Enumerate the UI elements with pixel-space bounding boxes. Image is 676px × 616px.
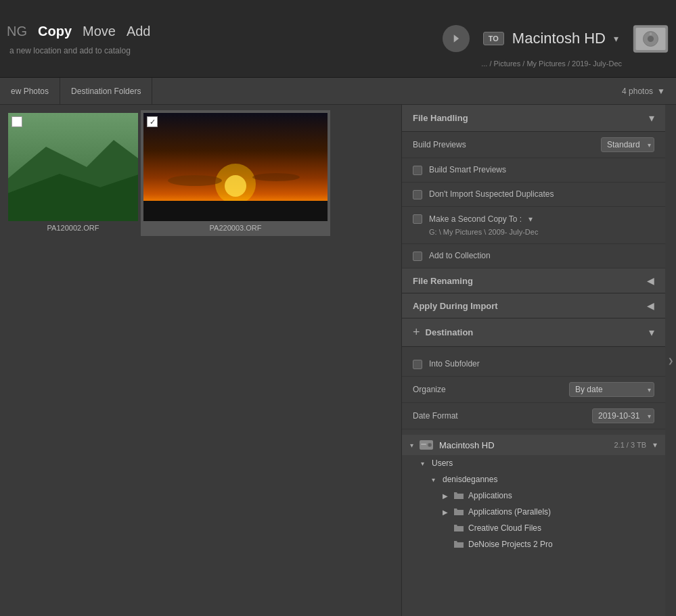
tree-item-creative-cloud[interactable]: ▶ Creative Cloud Files xyxy=(402,520,665,536)
tree-item-denisdegannes[interactable]: ▾ denisdegannes xyxy=(402,471,665,488)
applications-parallels-label: Applications (Parallels) xyxy=(468,507,551,517)
photos-count-filter-icon[interactable]: ▼ xyxy=(657,87,665,96)
tree-root-name: Macintosh HD xyxy=(439,440,495,450)
build-smart-previews-row: Build Smart Previews xyxy=(402,158,665,183)
photo-grid: PA120002.ORF xyxy=(0,105,401,616)
second-copy-expand-icon[interactable]: ▾ xyxy=(528,214,533,224)
tree-root[interactable]: ▾ Macintosh HD 2.1 / 3 TB ▾ xyxy=(402,435,665,455)
tree-item-applications[interactable]: ▶ Applications xyxy=(402,488,665,504)
build-smart-previews-checkbox[interactable] xyxy=(413,166,422,175)
tree-root-size: 2.1 / 3 TB xyxy=(614,441,647,449)
svg-point-16 xyxy=(429,444,431,446)
creative-cloud-expand-icon: ▶ xyxy=(443,525,449,532)
tree-root-dropdown-icon[interactable]: ▾ xyxy=(653,440,657,450)
file-renaming-section[interactable]: File Renaming ◀ xyxy=(402,268,665,293)
grid-inner: PA120002.ORF xyxy=(0,105,401,241)
into-subfolder-label: Into Subfolder xyxy=(429,359,480,369)
denisdegannes-label: denisdegannes xyxy=(443,475,497,484)
svg-point-10 xyxy=(225,175,246,197)
svg-point-3 xyxy=(648,35,654,41)
dont-import-checkbox[interactable] xyxy=(413,190,422,199)
photo-checkbox-1[interactable] xyxy=(12,116,22,127)
second-copy-checkbox[interactable] xyxy=(413,214,422,224)
add-collection-checkbox[interactable] xyxy=(413,252,422,261)
apply-during-import-arrow-icon: ◀ xyxy=(647,300,654,311)
main-content: PA120002.ORF xyxy=(0,105,676,616)
svg-point-4 xyxy=(650,32,652,35)
svg-rect-17 xyxy=(421,444,426,445)
tab-spacer xyxy=(152,78,611,104)
organize-label: Organize xyxy=(413,385,569,394)
photo-thumbnail-1 xyxy=(8,113,138,221)
apply-during-import-section[interactable]: Apply During Import ◀ xyxy=(402,293,665,318)
users-expand-icon: ▾ xyxy=(421,460,428,467)
build-previews-row: Build Previews Standard Minimal 1:1 None xyxy=(402,132,665,158)
import-mode-section: NG Copy Move Add a new location and add … xyxy=(7,22,429,55)
add-collection-row: Add to Collection xyxy=(402,244,665,268)
folder-icon-denoise xyxy=(453,540,464,549)
mode-move[interactable]: Move xyxy=(77,22,121,41)
denoise-label: DeNoise Projects 2 Pro xyxy=(468,540,553,549)
creative-cloud-label: Creative Cloud Files xyxy=(468,523,541,533)
users-label: Users xyxy=(432,458,453,468)
tree-item-users[interactable]: ▾ Users xyxy=(402,455,665,471)
photo-cell-2[interactable]: PA220003.ORF xyxy=(141,110,330,236)
proceed-button[interactable] xyxy=(443,25,470,52)
folder-icon-applications-parallels xyxy=(453,507,464,517)
top-bar: NG Copy Move Add a new location and add … xyxy=(0,0,676,78)
applications-parallels-expand-icon: ▶ xyxy=(443,508,449,516)
mode-subtitle: a new location and add to catalog xyxy=(9,46,429,55)
dont-import-row: Don't Import Suspected Duplicates xyxy=(402,183,665,207)
destination-path: ... / Pictures / My Pictures / 2019- Jul… xyxy=(481,60,622,68)
destination-title: Destination xyxy=(426,327,474,337)
file-renaming-arrow-icon: ◀ xyxy=(647,275,654,286)
folder-icon-creative-cloud xyxy=(453,523,464,533)
second-copy-row: Make a Second Copy To : ▾ G: \ My Pictur… xyxy=(402,207,665,244)
tree-item-denoise[interactable]: ▶ DeNoise Projects 2 Pro xyxy=(402,536,665,552)
tab-destination-folders-label: Destination Folders xyxy=(71,87,141,96)
hd-tree-icon xyxy=(419,439,434,451)
photo-cell-1[interactable]: PA120002.ORF xyxy=(5,110,141,236)
second-copy-path: G: \ My Pictures \ 2009- July-Dec xyxy=(429,228,538,236)
into-subfolder-checkbox[interactable] xyxy=(413,360,422,369)
panel-expand-handle[interactable]: ❯ xyxy=(665,347,676,374)
organize-select-wrapper: By date Into one folder By original fold… xyxy=(569,382,654,397)
tab-destination-folders[interactable]: Destination Folders xyxy=(60,78,152,104)
photo-checkbox-2[interactable] xyxy=(147,116,158,127)
applications-label: Applications xyxy=(468,491,512,500)
folder-icon-applications xyxy=(453,491,464,500)
file-handling-toggle-icon: ▾ xyxy=(649,112,654,124)
organize-select[interactable]: By date Into one folder By original fold… xyxy=(569,382,654,397)
tab-new-photos[interactable]: ew Photos xyxy=(0,78,60,104)
file-handling-header[interactable]: File Handling ▾ xyxy=(402,105,665,132)
photo-label-2: PA220003.ORF xyxy=(143,221,328,233)
destination-dropdown-icon[interactable]: ▾ xyxy=(614,33,618,44)
destination-selector: TO Macintosh HD ▾ xyxy=(483,20,669,57)
dont-import-label: Don't Import Suspected Duplicates xyxy=(429,189,554,199)
denisdegannes-expand-icon: ▾ xyxy=(432,476,438,483)
destination-section-header[interactable]: + Destination ▾ xyxy=(402,318,665,347)
to-badge: TO xyxy=(483,32,504,45)
mode-prefix: NG xyxy=(7,24,27,39)
arrow-right-icon xyxy=(449,32,463,45)
apply-during-import-title: Apply During Import xyxy=(413,301,498,311)
date-format-select[interactable]: 2019-10-31 2019/10/31 10/31/2019 xyxy=(592,408,654,423)
mode-copy[interactable]: Copy xyxy=(32,22,77,41)
tree-root-expand-icon: ▾ xyxy=(410,442,413,449)
build-previews-label: Build Previews xyxy=(413,140,601,149)
organize-row: Organize By date Into one folder By orig… xyxy=(402,377,665,403)
build-smart-previews-label: Build Smart Previews xyxy=(429,165,506,174)
destination-toggle-icon: ▾ xyxy=(649,326,654,339)
destination-add-icon[interactable]: + xyxy=(413,325,420,339)
file-handling-title: File Handling xyxy=(413,113,468,123)
mode-add[interactable]: Add xyxy=(121,22,156,41)
second-copy-top: Make a Second Copy To : ▾ xyxy=(413,214,654,224)
destination-name: Macintosh HD xyxy=(512,30,606,47)
tab-new-photos-label: ew Photos xyxy=(11,87,49,96)
build-previews-select[interactable]: Standard Minimal 1:1 None xyxy=(601,137,654,152)
date-format-label: Date Format xyxy=(413,411,592,421)
tree-item-applications-parallels[interactable]: ▶ Applications (Parallels) xyxy=(402,504,665,520)
svg-point-12 xyxy=(168,175,222,186)
file-tree: ▾ Macintosh HD 2.1 / 3 TB ▾ xyxy=(402,429,665,558)
file-renaming-title: File Renaming xyxy=(413,276,473,286)
